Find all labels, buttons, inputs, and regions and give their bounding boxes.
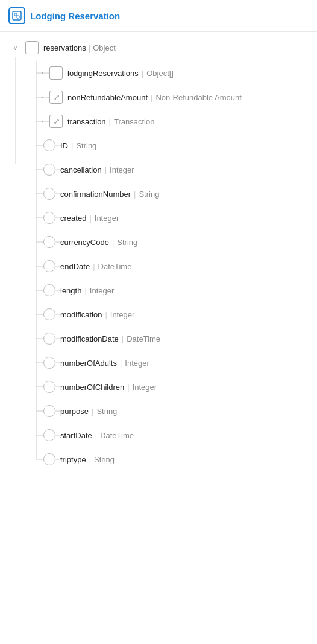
page-title: Lodging Reservation xyxy=(30,11,120,21)
field-type-ID: String xyxy=(76,141,96,150)
field-type-cancellation: Integer xyxy=(110,165,134,174)
field-name-created: created xyxy=(60,214,86,223)
tree-row-lodgingReservations[interactable]: › lodgingReservations | Object[] xyxy=(0,61,317,85)
tree-row-startDate[interactable]: startDate | DateTime xyxy=(0,423,317,447)
svg-point-22 xyxy=(57,95,58,97)
field-name-transaction: transaction xyxy=(67,117,106,126)
field-name-numberOfAdults: numberOfAdults xyxy=(60,359,117,368)
field-name-nonRefundableAmount: nonRefundableAmount xyxy=(67,93,148,102)
endDate-icon xyxy=(43,260,55,272)
field-name-startDate: startDate xyxy=(60,431,92,440)
tree-row-cancellation[interactable]: cancellation | Integer xyxy=(0,158,317,182)
tree-row-numberOfChildren[interactable]: numberOfChildren | Integer xyxy=(0,375,317,399)
nonRefundableAmount-icon xyxy=(49,91,63,104)
numberOfChildren-icon xyxy=(43,381,55,393)
purpose-icon xyxy=(43,405,55,417)
field-name-ID: ID xyxy=(60,141,68,150)
field-type-purpose: String xyxy=(96,407,117,416)
field-name-purpose: purpose xyxy=(60,407,89,416)
confirmationNumber-icon xyxy=(43,188,55,200)
lodgingReservations-icon xyxy=(49,66,63,80)
field-name-lodgingReservations: lodgingReservations xyxy=(67,69,139,78)
root-icon xyxy=(25,41,39,54)
triptype-icon xyxy=(43,453,55,465)
modification-icon xyxy=(43,308,55,320)
field-name-modificationDate: modificationDate xyxy=(60,334,119,343)
page-header: Lodging Reservation xyxy=(0,0,317,32)
svg-point-21 xyxy=(54,98,55,100)
field-type-created: Integer xyxy=(95,214,119,223)
field-name-triptype: triptype xyxy=(60,455,86,464)
tree-row-transaction[interactable]: › transaction | Transaction xyxy=(0,109,317,133)
field-type-modification: Integer xyxy=(110,310,134,319)
header-icon xyxy=(8,7,25,24)
cancellation-icon xyxy=(43,164,55,176)
tree-row-currencyCode[interactable]: currencyCode | String xyxy=(0,230,317,254)
field-type-confirmationNumber: String xyxy=(139,190,159,199)
field-name-length: length xyxy=(60,286,81,295)
schema-tree: ∨ reservations | Object xyxy=(0,32,317,474)
tree-children: › lodgingReservations | Object[] › xyxy=(0,61,317,471)
field-type-lodgingReservations: Object[] xyxy=(146,69,174,78)
field-type-endDate: DateTime xyxy=(98,262,132,271)
tree-row-root[interactable]: ∨ reservations | Object xyxy=(0,34,317,61)
tree-row-length[interactable]: length | Integer xyxy=(0,278,317,302)
field-type-triptype: String xyxy=(94,455,115,464)
root-field-type: Object xyxy=(93,43,116,53)
tree-row-ID[interactable]: ID | String xyxy=(0,133,317,158)
tree-row-nonRefundableAmount[interactable]: › nonRefundableAmount | Non-Refundable A… xyxy=(0,85,317,109)
field-name-currencyCode: currencyCode xyxy=(60,238,109,247)
tree-row-purpose[interactable]: purpose | String xyxy=(0,399,317,423)
svg-point-24 xyxy=(57,119,58,121)
field-type-modificationDate: DateTime xyxy=(127,334,160,343)
field-type-numberOfChildren: Integer xyxy=(133,383,157,392)
field-name-confirmationNumber: confirmationNumber xyxy=(60,190,131,199)
tree-row-modificationDate[interactable]: modificationDate | DateTime xyxy=(0,327,317,351)
startDate-icon xyxy=(43,429,55,441)
modificationDate-icon xyxy=(43,333,55,345)
field-name-endDate: endDate xyxy=(60,262,90,271)
created-icon xyxy=(43,212,55,224)
numberOfAdults-icon xyxy=(43,357,55,369)
field-type-startDate: DateTime xyxy=(100,431,134,440)
field-type-currencyCode: String xyxy=(117,238,137,247)
tree-row-endDate[interactable]: endDate | DateTime xyxy=(0,254,317,278)
svg-point-23 xyxy=(54,122,55,124)
field-type-transaction: Transaction xyxy=(114,117,154,126)
length-icon xyxy=(43,284,55,296)
field-type-nonRefundableAmount: Non-Refundable Amount xyxy=(155,93,241,102)
field-name-cancellation: cancellation xyxy=(60,165,102,174)
tree-row-triptype[interactable]: triptype | String xyxy=(0,447,317,471)
ID-icon xyxy=(43,139,55,151)
root-field-name: reservations xyxy=(43,43,86,53)
currencyCode-icon xyxy=(43,236,55,248)
transaction-icon xyxy=(49,115,63,128)
field-type-length: Integer xyxy=(90,286,114,295)
tree-row-created[interactable]: created | Integer xyxy=(0,206,317,230)
field-name-numberOfChildren: numberOfChildren xyxy=(60,383,124,392)
tree-row-numberOfAdults[interactable]: numberOfAdults | Integer xyxy=(0,351,317,375)
field-name-modification: modification xyxy=(60,310,102,319)
tree-row-modification[interactable]: modification | Integer xyxy=(0,302,317,327)
field-type-numberOfAdults: Integer xyxy=(125,359,149,368)
tree-row-confirmationNumber[interactable]: confirmationNumber | String xyxy=(0,182,317,206)
